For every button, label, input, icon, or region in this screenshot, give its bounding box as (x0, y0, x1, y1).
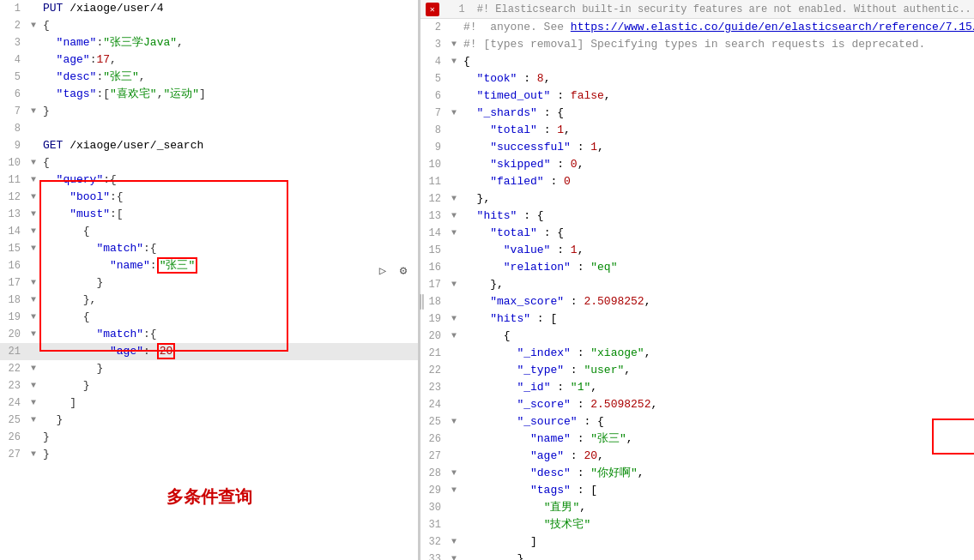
line-content-17: } (39, 274, 418, 292)
line-num-15: 15 (0, 240, 27, 257)
line-content-16: "name":"张三" (39, 257, 418, 274)
right-line-content-12: }, (460, 190, 974, 208)
right-line-content-17: }, (460, 276, 974, 293)
right-line-num-6: 6 (420, 87, 448, 105)
line-content-11: "query":{ (39, 172, 418, 189)
right-line-30: 30 "直男", (420, 499, 974, 516)
right-line-num-12: 12 (420, 190, 448, 208)
fold-18[interactable]: ▼ (27, 292, 39, 309)
resize-handle[interactable] (416, 0, 420, 560)
code-line-3: 3 "name":"张三学Java", (0, 34, 418, 51)
right-line-num-8: 8 (420, 122, 448, 139)
fold-22[interactable]: ▼ (27, 360, 39, 377)
fold-17[interactable]: ▼ (27, 274, 39, 292)
fold-25[interactable]: ▼ (27, 412, 39, 429)
right-line-num-26: 26 (420, 431, 448, 448)
right-line-num-31: 31 (420, 516, 448, 533)
right-line-num-16: 16 (420, 259, 448, 276)
right-line-content-14: "total" : { (460, 225, 974, 242)
fold-12[interactable]: ▼ (27, 189, 39, 206)
right-fold-13[interactable]: ▼ (448, 208, 460, 225)
right-line-num-15: 15 (420, 242, 448, 259)
line-content-27: } (39, 446, 418, 463)
line-num-7: 7 (0, 103, 27, 120)
line-content-15: "match":{ (39, 240, 418, 257)
code-line-27: 27 ▼ } (0, 446, 418, 463)
right-line-content-26: "name" : "张三", (460, 431, 974, 448)
fold-24[interactable]: ▼ (27, 394, 39, 412)
right-line-num-20: 20 (420, 328, 448, 345)
right-fold-32[interactable]: ▼ (448, 533, 460, 551)
line-content-23: } (39, 377, 418, 394)
fold-14[interactable]: ▼ (27, 223, 39, 240)
error-icon: ✕ (426, 3, 439, 16)
right-line-num-30: 30 (420, 499, 448, 516)
code-line-14: 14 ▼ { (0, 223, 418, 240)
right-fold-4[interactable]: ▼ (448, 53, 460, 70)
fold-27[interactable]: ▼ (27, 446, 39, 463)
code-line-18: 18 ▼ }, (0, 292, 418, 309)
right-fold-25[interactable]: ▼ (448, 413, 460, 431)
right-line-3: 3 ▼ #! [types removal] Specifying types … (420, 36, 974, 53)
right-line-num-28: 28 (420, 465, 448, 482)
right-line-10: 10 "skipped" : 0, (420, 156, 974, 173)
code-line-9: 9 GET /xiaoge/user/_search ▷ ⚙ (0, 137, 418, 154)
right-line-content-18: "max_score" : 2.5098252, (460, 293, 974, 310)
right-line-content-27: "age" : 20, (460, 448, 974, 465)
right-line-content-8: "total" : 1, (460, 122, 974, 139)
fold-20[interactable]: ▼ (27, 326, 39, 343)
line-num-1: 1 (0, 0, 27, 17)
fold-10[interactable]: ▼ (27, 154, 39, 172)
right-fold-3[interactable]: ▼ (448, 36, 460, 53)
fold-11[interactable]: ▼ (27, 172, 39, 189)
right-line-11: 11 "failed" : 0 (420, 173, 974, 190)
line-content-7: } (39, 103, 418, 120)
right-line-content-10: "skipped" : 0, (460, 156, 974, 173)
line-content-13: "must":[ (39, 206, 418, 223)
line-content-21: "age": 20 (39, 343, 418, 360)
fold-13[interactable]: ▼ (27, 206, 39, 223)
right-line-content-6: "timed_out" : false, (460, 87, 974, 105)
line-num-6: 6 (0, 86, 27, 103)
right-line-content-15: "value" : 1, (460, 242, 974, 259)
fold-15[interactable]: ▼ (27, 240, 39, 257)
right-fold-14[interactable]: ▼ (448, 225, 460, 242)
right-line-num-22: 22 (420, 362, 448, 379)
line-num-8: 8 (0, 120, 27, 137)
right-line-num-21: 21 (420, 345, 448, 362)
right-fold-7[interactable]: ▼ (448, 105, 460, 122)
right-line-num-2: 2 (420, 19, 448, 36)
right-line-4: 4 ▼ { (420, 53, 974, 70)
right-fold-17[interactable]: ▼ (448, 276, 460, 293)
right-line-num-29: 29 (420, 482, 448, 499)
fold-7[interactable]: ▼ (27, 103, 39, 120)
code-line-26: 26 } (0, 429, 418, 446)
right-panel: ✕ 1 #! Elasticsearch built-in security f… (420, 0, 974, 560)
right-fold-29[interactable]: ▼ (448, 482, 460, 499)
right-line-25: 25 ▼ "_source" : { (420, 413, 974, 431)
right-fold-28[interactable]: ▼ (448, 465, 460, 482)
fold-2[interactable]: ▼ (27, 17, 39, 34)
right-line-23: 23 "_id" : "1", (420, 379, 974, 396)
right-fold-20[interactable]: ▼ (448, 328, 460, 345)
right-line-31: 31 "技术宅" (420, 516, 974, 533)
line-num-20: 20 (0, 326, 27, 343)
right-fold-12[interactable]: ▼ (448, 190, 460, 208)
right-line-13: 13 ▼ "hits" : { (420, 208, 974, 225)
fold-23[interactable]: ▼ (27, 377, 39, 394)
right-line-num-3: 3 (420, 36, 448, 53)
code-line-20: 20 ▼ "match":{ (0, 326, 418, 343)
right-line-num-25: 25 (420, 413, 448, 431)
right-line-num-11: 11 (420, 173, 448, 190)
code-line-2: 2 ▼ { (0, 17, 418, 34)
right-line-content-33: } (460, 551, 974, 560)
line-num-24: 24 (0, 394, 27, 412)
right-line-content-29: "tags" : [ (460, 482, 974, 499)
right-fold-19[interactable]: ▼ (448, 310, 460, 328)
code-line-22: 22 ▼ } (0, 360, 418, 377)
line-num-19: 19 (0, 309, 27, 326)
right-fold-33[interactable]: ▼ (448, 551, 460, 560)
fold-19[interactable]: ▼ (27, 309, 39, 326)
right-line-21: 21 "_index" : "xiaoge", (420, 345, 974, 362)
right-line-content-7: "_shards" : { (460, 105, 974, 122)
